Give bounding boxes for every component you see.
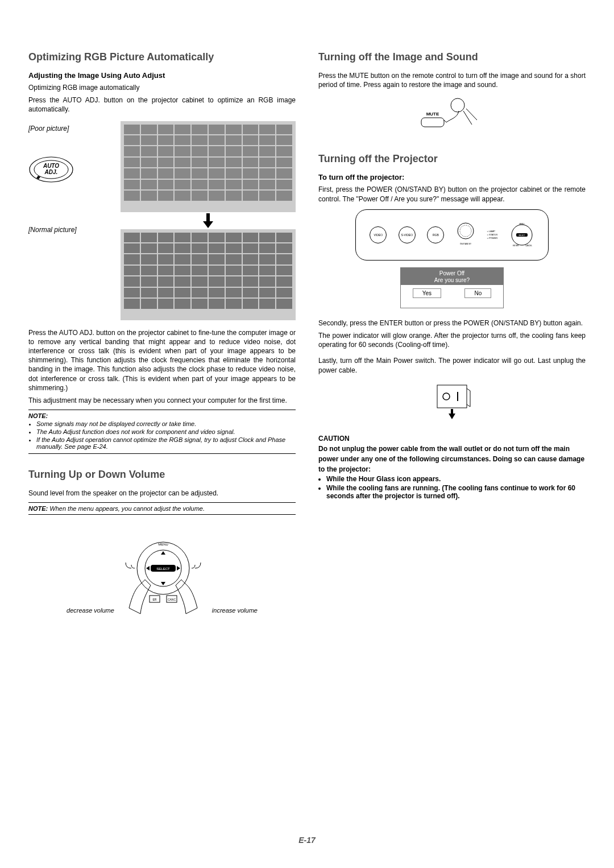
text-optimizing-1: Optimizing RGB image automatically: [28, 83, 296, 92]
video-label: VIDEO: [374, 233, 383, 237]
right-column: Turning off the Image and Sound Press th…: [318, 51, 586, 619]
note-list: Some signals may not be displayed correc…: [28, 420, 296, 450]
main-power-switch-figure: [318, 381, 586, 423]
svideo-button: S-VIDEO: [399, 226, 416, 243]
dialog-header: Power Off Are you sure?: [401, 268, 503, 285]
normal-screen-illustration: [121, 229, 296, 320]
sub-adjusting: Adjusting the Image Using Auto Adjust: [28, 71, 296, 80]
note-block-2: NOTE: When the menu appears, you cannot …: [28, 502, 296, 515]
poweroff-dialog: Power Off Are you sure? Yes No: [400, 267, 504, 308]
caution-item: While the Hour Glass icon appears.: [326, 475, 586, 483]
svg-text:ADJ.: ADJ.: [44, 169, 58, 175]
note-block-1: NOTE: Some signals may not be displayed …: [28, 410, 296, 454]
heading-optimizing: Optimizing RGB Picture Automatically: [28, 51, 296, 63]
indicator-labels: ○ LAMP ○ STATUS ○ POWER: [487, 230, 497, 239]
svg-text:ON/STAND BY: ON/STAND BY: [460, 243, 471, 245]
note-title: NOTE:: [28, 412, 48, 419]
svg-text:MENU: MENU: [519, 223, 524, 225]
text-turnoff-4: Lastly, turn off the Main Power switch. …: [318, 356, 586, 374]
dialog-buttons: Yes No: [401, 285, 503, 301]
manual-page: Optimizing RGB Picture Automatically Adj…: [0, 0, 614, 867]
svg-text:MENU: MENU: [158, 543, 168, 546]
svg-text:ENTER: ENTER: [513, 245, 519, 247]
decrease-volume-label: decrease volume: [67, 607, 114, 619]
text-mute-1: Press the MUTE button on the remote cont…: [318, 71, 586, 89]
text-optimizing-4: This adjustment may be necessary when yo…: [28, 396, 296, 405]
figure-poor-picture: [Poor picture] AUTO ADJ.: [28, 121, 296, 212]
text-turnoff-1: First, press the POWER (ON/STAND BY) but…: [318, 185, 586, 203]
svg-point-16: [460, 225, 471, 237]
arrow-down-icon: [121, 212, 296, 232]
heading-turnoff: Turning off the Projector: [318, 153, 586, 165]
svg-text:SELECT: SELECT: [156, 567, 170, 571]
figure-normal-picture: [Normal picture]: [28, 214, 296, 320]
power-label: POWER: [489, 237, 497, 239]
yes-button: Yes: [413, 288, 441, 298]
poor-screen-illustration: [121, 121, 296, 212]
heading-volume: Turning Up or Down Volume: [28, 469, 296, 481]
note-item: The Auto Adjust function does not work f…: [36, 428, 296, 435]
projector-panel-illustration: VIDEO S-VIDEO RGB ON/STAND BY ○ LAMP ○ S…: [355, 209, 549, 261]
auto-adj-button-icon: AUTO ADJ.: [28, 155, 74, 184]
normal-screen-wrap: [121, 214, 296, 320]
dialog-line2: Are you sure?: [401, 277, 503, 284]
select-dial-icon: SELECT MENU ER: [118, 528, 209, 619]
svg-text:CANC: CANC: [168, 598, 176, 601]
svideo-label: S-VIDEO: [401, 233, 413, 237]
svg-text:AUTO: AUTO: [43, 163, 59, 169]
mute-figure: MUTE: [318, 95, 586, 137]
text-optimizing-3: Press the AUTO ADJ. button on the projec…: [28, 328, 296, 392]
lamp-label: LAMP: [489, 230, 495, 233]
caution-item: While the cooling fans are running. (The…: [326, 484, 586, 500]
svg-text:CANCEL: CANCEL: [525, 245, 533, 247]
note-item: If the Auto Adjust operation cannot opti…: [36, 436, 296, 450]
video-button: VIDEO: [370, 226, 387, 243]
normal-picture-label: [Normal picture]: [28, 214, 114, 234]
mute-label: MUTE: [426, 111, 439, 117]
svg-rect-13: [421, 118, 444, 127]
text-turnoff-2: Secondly, press the ENTER button or pres…: [318, 319, 586, 328]
svg-text:SELECT: SELECT: [518, 234, 525, 236]
sub-turnoff: To turn off the projector:: [318, 173, 586, 181]
heading-mute: Turning off the Image and Sound: [318, 51, 586, 63]
power-button-group: ON/STAND BY: [456, 220, 475, 250]
svg-text:ER: ER: [152, 598, 156, 601]
note-item: Some signals may not be displayed correc…: [36, 420, 296, 427]
dialog-line1: Power Off: [401, 270, 503, 277]
no-button: No: [464, 288, 491, 298]
volume-figure: decrease volume SELECT MENU: [28, 528, 296, 619]
rgb-button: RGB: [427, 226, 444, 243]
menu-dial: SELECT MENU ENTER CANCEL: [509, 222, 534, 247]
caution-text: Do not unplug the power cable from the w…: [318, 445, 584, 473]
caution-block: CAUTION Do not unplug the power cable fr…: [318, 433, 586, 500]
text-optimizing-2: Press the AUTO ADJ. button on the projec…: [28, 96, 296, 114]
status-label: STATUS: [489, 233, 497, 236]
svg-line-25: [467, 388, 470, 391]
text-turnoff-3: The power indicator will glow orange. Af…: [318, 331, 586, 349]
rgb-label: RGB: [433, 233, 439, 237]
caution-title: CAUTION: [318, 435, 350, 443]
svg-line-26: [467, 404, 470, 407]
poor-picture-label: [Poor picture] AUTO ADJ.: [28, 121, 114, 184]
note2-title: NOTE:: [28, 505, 48, 512]
text-volume-1: Sound level from the speaker on the proj…: [28, 489, 296, 498]
caution-list: While the Hour Glass icon appears. While…: [318, 475, 586, 500]
left-column: Optimizing RGB Picture Automatically Adj…: [28, 51, 296, 619]
svg-point-14: [451, 98, 464, 112]
note2-body: When the menu appears, you cannot adjust…: [49, 505, 205, 512]
svg-point-28: [443, 393, 450, 400]
page-number: E-17: [28, 836, 586, 845]
poor-picture-caption: [Poor picture]: [28, 125, 69, 133]
svg-rect-24: [437, 385, 467, 408]
two-column-layout: Optimizing RGB Picture Automatically Adj…: [28, 51, 586, 619]
increase-volume-label: increase volume: [212, 607, 258, 619]
